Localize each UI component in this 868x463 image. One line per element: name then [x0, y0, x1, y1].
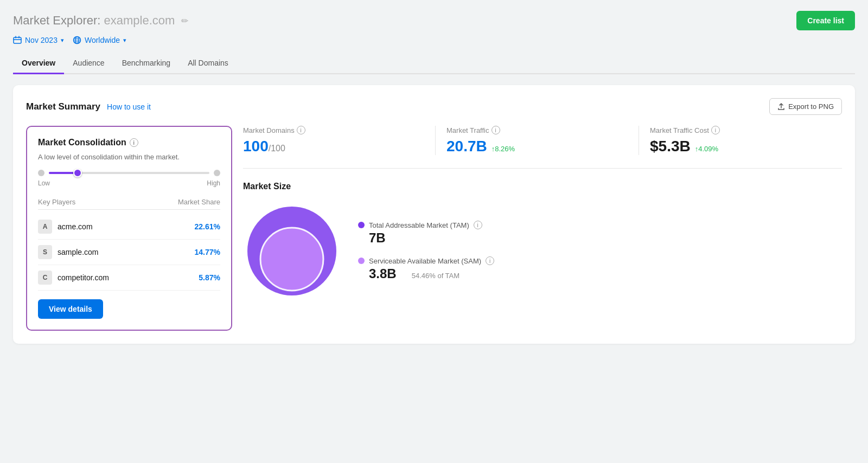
player-row: C competitor.com 5.87% — [38, 265, 220, 291]
player-name-2: competitor.com — [58, 273, 109, 282]
player-row: A acme.com 22.61% — [38, 214, 220, 240]
export-button[interactable]: Export to PNG — [769, 98, 842, 115]
player-name-1: sample.com — [58, 248, 98, 256]
player-left: C competitor.com — [38, 271, 109, 285]
market-size-content: Total Addressable Market (TAM) i 7B Serv… — [243, 202, 842, 300]
legend-sam: Serviceable Available Market (SAM) i 3.8… — [358, 256, 494, 281]
market-legend: Total Addressable Market (TAM) i 7B Serv… — [358, 221, 494, 281]
slider-track — [49, 172, 209, 174]
cost-info-icon[interactable]: i — [711, 126, 720, 134]
slider-thumb[interactable] — [73, 169, 82, 177]
upload-icon — [777, 103, 785, 111]
slider-right-dot — [214, 170, 220, 176]
sam-sub: 54.46% of TAM — [412, 272, 459, 280]
metric-value-domains: 100/100 — [243, 138, 424, 155]
player-name-0: acme.com — [58, 222, 93, 231]
col-share-label: Market Share — [178, 198, 220, 206]
player-avatar-1: S — [38, 245, 52, 259]
tab-audience[interactable]: Audience — [64, 53, 113, 74]
metric-block-cost: Market Traffic Cost i $5.3B ↑4.09% — [639, 126, 842, 155]
metric-label-cost: Market Traffic Cost i — [650, 126, 831, 134]
consolidation-info-icon[interactable]: i — [130, 138, 138, 147]
slider-labels: Low High — [38, 179, 220, 187]
globe-icon — [73, 36, 81, 44]
right-panel: Market Domains i 100/100 Market Traffic … — [243, 126, 842, 331]
player-left: S sample.com — [38, 245, 98, 259]
slider-max-label: High — [207, 179, 220, 187]
filter-row: Nov 2023 ▾ Worldwide ▾ — [13, 36, 855, 44]
metric-label-traffic: Market Traffic i — [446, 126, 628, 134]
metric-value-traffic: 20.7B ↑8.26% — [446, 138, 628, 155]
slider-row — [38, 170, 220, 176]
metric-block-traffic: Market Traffic i 20.7B ↑8.26% — [436, 126, 639, 155]
calendar-icon — [13, 36, 22, 44]
header: Market Explorer: example.com ✏ Create li… — [13, 11, 855, 30]
player-share-2: 5.87% — [199, 273, 220, 282]
create-list-button[interactable]: Create list — [796, 11, 855, 30]
svg-rect-0 — [14, 37, 21, 43]
market-size-title: Market Size — [243, 182, 842, 191]
tab-all-domains[interactable]: All Domains — [179, 53, 237, 74]
view-details-button[interactable]: View details — [38, 299, 103, 319]
edit-icon[interactable]: ✏ — [181, 16, 188, 26]
location-filter-label: Worldwide — [85, 36, 120, 44]
market-consolidation-panel: Market Consolidation i A low level of co… — [26, 126, 232, 331]
tam-dot — [358, 222, 365, 228]
sam-label: Serviceable Available Market (SAM) — [369, 257, 481, 265]
venn-diagram — [243, 202, 341, 300]
metric-label-domains: Market Domains i — [243, 126, 424, 134]
location-filter-button[interactable]: Worldwide ▾ — [73, 36, 126, 44]
title-domain: example.com — [104, 14, 175, 27]
main-content: Market Consolidation i A low level of co… — [26, 126, 842, 331]
export-label: Export to PNG — [788, 102, 834, 111]
card-header: Market Summary How to use it Export to P… — [26, 98, 842, 115]
title-prefix: Market Explorer: — [13, 14, 100, 27]
key-players-header: Key Players Market Share — [38, 198, 220, 210]
player-row: S sample.com 14.77% — [38, 240, 220, 265]
consolidation-title: Market Consolidation i — [38, 138, 220, 147]
card-title: Market Summary — [26, 101, 100, 112]
domains-info-icon[interactable]: i — [297, 126, 305, 134]
tam-value: 7B — [369, 230, 494, 246]
sam-value: 3.8B — [369, 266, 397, 281]
page-title: Market Explorer: example.com — [13, 14, 175, 28]
market-summary-card: Market Summary How to use it Export to P… — [13, 85, 855, 344]
traffic-info-icon[interactable]: i — [492, 126, 500, 134]
tab-benchmarking[interactable]: Benchmarking — [113, 53, 180, 74]
slider-min-label: Low — [38, 179, 50, 187]
tam-info-icon[interactable]: i — [474, 221, 482, 229]
player-share-1: 14.77% — [195, 248, 220, 256]
tab-overview[interactable]: Overview — [13, 53, 64, 74]
legend-tam: Total Addressable Market (TAM) i 7B — [358, 221, 494, 246]
sam-info-icon[interactable]: i — [486, 256, 494, 265]
consolidation-description: A low level of consolidation within the … — [38, 153, 220, 161]
tam-label: Total Addressable Market (TAM) — [369, 221, 469, 229]
metric-block-domains: Market Domains i 100/100 — [243, 126, 436, 155]
player-avatar-0: A — [38, 220, 52, 234]
market-size-section: Market Size — [243, 182, 842, 300]
player-list: A acme.com 22.61% S sample.com 14.77% — [38, 214, 220, 291]
player-avatar-2: C — [38, 271, 52, 285]
location-chevron-icon: ▾ — [123, 37, 126, 44]
how-to-link[interactable]: How to use it — [107, 102, 151, 111]
sam-dot — [358, 258, 365, 264]
slider-left-dot — [38, 170, 44, 176]
metric-value-cost: $5.3B ↑4.09% — [650, 138, 831, 155]
player-share-0: 22.61% — [195, 222, 220, 231]
col-players-label: Key Players — [38, 198, 75, 206]
date-filter-label: Nov 2023 — [25, 36, 58, 44]
date-filter-button[interactable]: Nov 2023 ▾ — [13, 36, 64, 44]
player-left: A acme.com — [38, 220, 93, 234]
tabs-row: Overview Audience Benchmarking All Domai… — [13, 53, 855, 74]
metrics-row: Market Domains i 100/100 Market Traffic … — [243, 126, 842, 169]
date-chevron-icon: ▾ — [61, 37, 64, 44]
